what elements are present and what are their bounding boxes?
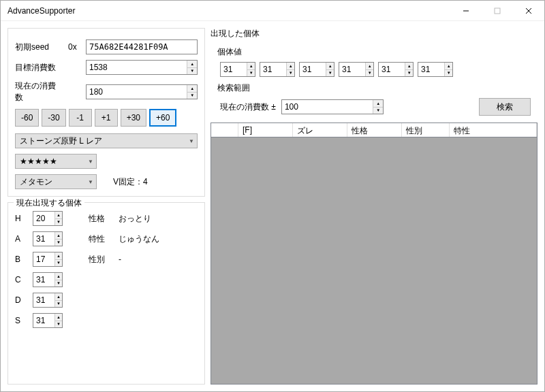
col-nature: 性格 (347, 123, 402, 137)
spinner-icon[interactable]: ▲▼ (405, 63, 413, 76)
adjust-m30-button[interactable]: -30 (42, 109, 65, 127)
spinner-icon[interactable]: ▲▼ (54, 232, 62, 246)
stat-h-label: H (15, 214, 27, 223)
close-button[interactable] (513, 1, 544, 21)
spinner-icon[interactable]: ▲▼ (326, 63, 334, 76)
spinner-icon[interactable]: ▲▼ (54, 252, 62, 266)
iv-b-input[interactable]: ▲▼ (33, 252, 63, 267)
maximize-button[interactable] (482, 1, 513, 21)
stat-d-label: D (15, 295, 27, 305)
spinner-icon[interactable]: ▲▼ (365, 63, 373, 76)
ability-value: じゅうなん (119, 233, 159, 245)
target-label: 目標消費数 (15, 62, 63, 74)
vfixed-label: V固定：4 (113, 176, 148, 188)
col-delta: ズレ (293, 123, 347, 137)
col-ability: 特性 (450, 123, 537, 137)
spinner-icon[interactable]: ▲▼ (247, 63, 255, 76)
chevron-down-icon: ▼ (189, 138, 194, 144)
ability-label: 特性 (89, 233, 113, 245)
stat-s-label: S (15, 316, 27, 325)
adjust-p60-button[interactable]: +60 (149, 109, 176, 127)
range-input[interactable]: ▲▼ (281, 99, 384, 114)
species-select[interactable]: メタモン ▼ (15, 174, 97, 189)
chevron-down-icon: ▼ (88, 159, 93, 165)
stat-c-label: C (15, 275, 27, 284)
adjust-p30-button[interactable]: +30 (121, 109, 146, 127)
search-iv-a[interactable]: ▲▼ (260, 62, 295, 77)
iv-c-input[interactable]: ▲▼ (33, 272, 63, 287)
spinner-icon[interactable]: ▲▼ (54, 273, 62, 287)
nature-label: 性格 (89, 213, 113, 225)
svg-rect-1 (495, 8, 500, 14)
appearing-group: 現在出現する個体 H ▲▼ 性格 おっとり A ▲▼ 特 (7, 202, 205, 385)
iv-h-input[interactable]: ▲▼ (33, 211, 63, 226)
iv-label: 個体値 (217, 46, 531, 58)
spinner-icon[interactable]: ▲▼ (54, 293, 62, 307)
target-input[interactable]: ▲▼ (86, 60, 198, 75)
search-button[interactable]: 検索 (479, 98, 531, 116)
gender-label: 性別 (89, 254, 113, 265)
window-title: AdvanceSupporter (1, 6, 450, 16)
range-current-label: 現在の消費数 ± (220, 101, 276, 113)
stars-select[interactable]: ★★★★★ ▼ (15, 154, 97, 169)
seed-input[interactable] (86, 39, 198, 54)
spinner-icon[interactable]: ▲▼ (373, 100, 382, 114)
range-label: 検索範囲 (217, 82, 531, 94)
gender-value: - (119, 255, 121, 264)
spinner-icon[interactable]: ▲▼ (54, 314, 62, 327)
seed-label: 初期seed (15, 42, 63, 53)
nature-value: おっとり (119, 213, 151, 225)
stat-b-label: B (15, 255, 27, 264)
stat-a-label: A (15, 234, 27, 244)
search-iv-b[interactable]: ▲▼ (299, 62, 334, 77)
spinner-icon[interactable]: ▲▼ (286, 63, 294, 76)
search-iv-h[interactable]: ▲▼ (220, 62, 255, 77)
spinner-icon[interactable]: ▲▼ (187, 61, 197, 74)
result-table-body[interactable] (211, 137, 538, 385)
iv-a-input[interactable]: ▲▼ (33, 231, 63, 246)
seed-group: 初期seed 0x 目標消費数 ▲▼ 現在の消費数 (7, 28, 205, 197)
search-iv-s[interactable]: ▲▼ (418, 62, 453, 77)
col-gender: 性別 (402, 123, 450, 137)
appeared-group: 出現した個体 個体値 ▲▼ ▲▼ ▲▼ ▲▼ ▲▼ ▲▼ 検索範囲 現在の消費数… (211, 28, 538, 385)
current-input[interactable]: ▲▼ (86, 84, 198, 99)
result-table-header: [F] ズレ 性格 性別 特性 (211, 122, 538, 137)
iv-s-input[interactable]: ▲▼ (33, 313, 63, 328)
appearing-title: 現在出現する個体 (14, 197, 84, 209)
adjust-p1-button[interactable]: +1 (95, 109, 118, 127)
iv-d-input[interactable]: ▲▼ (33, 293, 63, 308)
spinner-icon[interactable]: ▲▼ (187, 85, 197, 99)
col-blank (211, 123, 238, 137)
seed-prefix: 0x (68, 42, 80, 52)
current-label: 現在の消費数 (15, 80, 63, 103)
spinner-icon[interactable]: ▲▼ (444, 63, 452, 76)
den-select[interactable]: ストーンズ原野 L レア ▼ (15, 133, 198, 148)
chevron-down-icon: ▼ (88, 179, 93, 185)
adjust-m1-button[interactable]: -1 (69, 109, 92, 127)
minimize-button[interactable] (450, 1, 482, 21)
col-f: [F] (238, 123, 293, 137)
spinner-icon[interactable]: ▲▼ (54, 212, 62, 225)
appeared-title: 出現した個体 (211, 28, 538, 39)
search-iv-c[interactable]: ▲▼ (339, 62, 374, 77)
titlebar: AdvanceSupporter (1, 1, 544, 21)
adjust-m60-button[interactable]: -60 (15, 109, 39, 127)
search-iv-d[interactable]: ▲▼ (378, 62, 414, 77)
